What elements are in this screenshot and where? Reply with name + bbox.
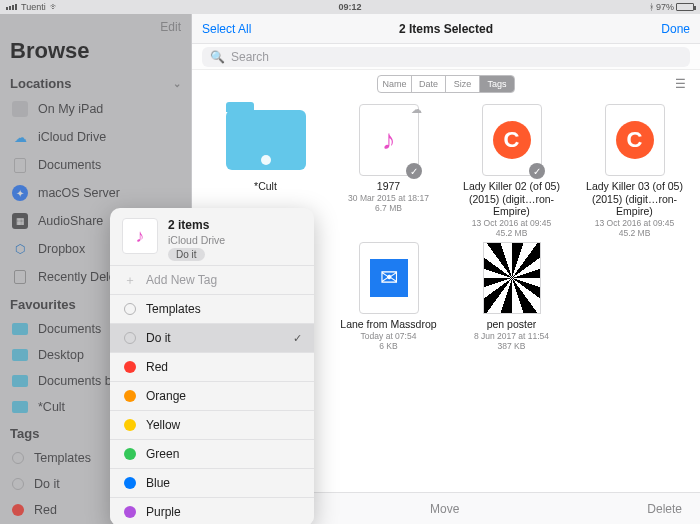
popover-chip[interactable]: Do it xyxy=(168,248,205,261)
selection-badge: ✓ xyxy=(406,163,422,179)
popover-title: 2 items xyxy=(168,218,225,232)
move-button[interactable]: Move xyxy=(430,502,459,516)
tag-dot-icon xyxy=(124,477,136,489)
popover-subtitle: iCloud Drive xyxy=(168,234,225,246)
file-tile-ladykiller03[interactable]: C Lady Killer 03 (of 05) (2015) (digit…r… xyxy=(579,104,690,238)
sort-date[interactable]: Date xyxy=(412,76,446,92)
done-button[interactable]: Done xyxy=(661,22,690,36)
tag-dot-icon xyxy=(124,390,136,402)
tag-option-blue[interactable]: Blue xyxy=(110,468,314,497)
comic-icon: C xyxy=(616,121,654,159)
bluetooth-icon: ᚼ xyxy=(649,2,654,12)
delete-button[interactable]: Delete xyxy=(647,502,682,516)
file-tile-ladykiller02[interactable]: C✓ Lady Killer 02 (of 05) (2015) (digit…… xyxy=(456,104,567,238)
tag-dot-icon xyxy=(124,448,136,460)
tag-option-purple[interactable]: Purple xyxy=(110,497,314,524)
sort-size[interactable]: Size xyxy=(446,76,480,92)
clock: 09:12 xyxy=(338,2,361,12)
signal-icon xyxy=(6,4,17,10)
list-layout-icon[interactable]: ☰ xyxy=(675,77,686,91)
check-icon: ✓ xyxy=(293,332,302,345)
cloud-download-icon: ☁ xyxy=(411,103,422,116)
file-tile-penposter[interactable]: pen poster 8 Jun 2017 at 11:54 387 KB xyxy=(456,242,567,351)
tags-popover: ♪ 2 items iCloud Drive Do it ＋ Add New T… xyxy=(110,208,314,524)
tag-dot-icon xyxy=(124,361,136,373)
battery-pct: 97% xyxy=(656,2,674,12)
carrier: Tuenti xyxy=(21,2,46,12)
wifi-icon: ᯤ xyxy=(50,2,59,12)
sort-segmented[interactable]: Name Date Size Tags xyxy=(377,75,515,93)
comic-icon: C xyxy=(493,121,531,159)
plus-icon: ＋ xyxy=(124,274,136,286)
mail-icon: ✉ xyxy=(370,259,408,297)
tag-option-green[interactable]: Green xyxy=(110,439,314,468)
file-tile-lane[interactable]: ✉ Lane from Massdrop Today at 07:54 6 KB xyxy=(333,242,444,351)
popover-thumb: ♪ xyxy=(122,218,158,254)
tag-option-orange[interactable]: Orange xyxy=(110,381,314,410)
tag-option-templates[interactable]: Templates xyxy=(110,294,314,323)
selection-badge: ✓ xyxy=(529,163,545,179)
sort-name[interactable]: Name xyxy=(378,76,412,92)
poster-icon xyxy=(483,242,541,314)
add-new-tag[interactable]: ＋ Add New Tag xyxy=(110,265,314,294)
search-icon: 🔍 xyxy=(210,50,225,64)
tag-dot-icon xyxy=(124,419,136,431)
tag-dot-icon xyxy=(124,303,136,315)
tag-dot-icon xyxy=(124,332,136,344)
tag-option-doit[interactable]: Do it ✓ xyxy=(110,323,314,352)
search-input[interactable]: 🔍 Search xyxy=(202,47,690,67)
select-all-button[interactable]: Select All xyxy=(202,22,251,36)
battery-icon xyxy=(676,3,694,11)
tag-option-red[interactable]: Red xyxy=(110,352,314,381)
selection-title: 2 Items Selected xyxy=(399,22,493,36)
folder-icon xyxy=(226,110,306,170)
tag-dot-icon xyxy=(124,506,136,518)
sort-tags[interactable]: Tags xyxy=(480,76,514,92)
tag-option-yellow[interactable]: Yellow xyxy=(110,410,314,439)
music-icon: ♪ xyxy=(382,124,396,156)
file-tile-1977[interactable]: ♪☁✓ 1977 30 Mar 2015 at 18:17 6.7 MB xyxy=(333,104,444,238)
